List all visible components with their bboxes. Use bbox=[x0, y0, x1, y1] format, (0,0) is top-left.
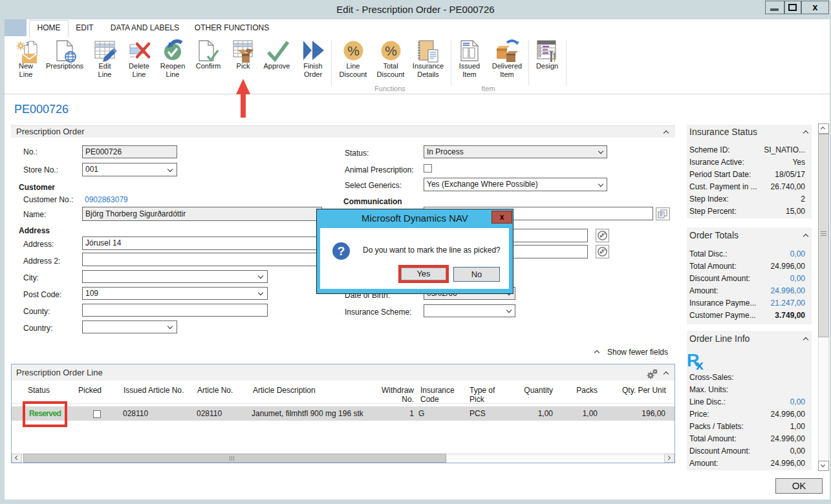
svg-text:%: % bbox=[347, 43, 360, 58]
svg-text:%: % bbox=[385, 43, 397, 58]
svg-text:?: ? bbox=[338, 244, 345, 258]
